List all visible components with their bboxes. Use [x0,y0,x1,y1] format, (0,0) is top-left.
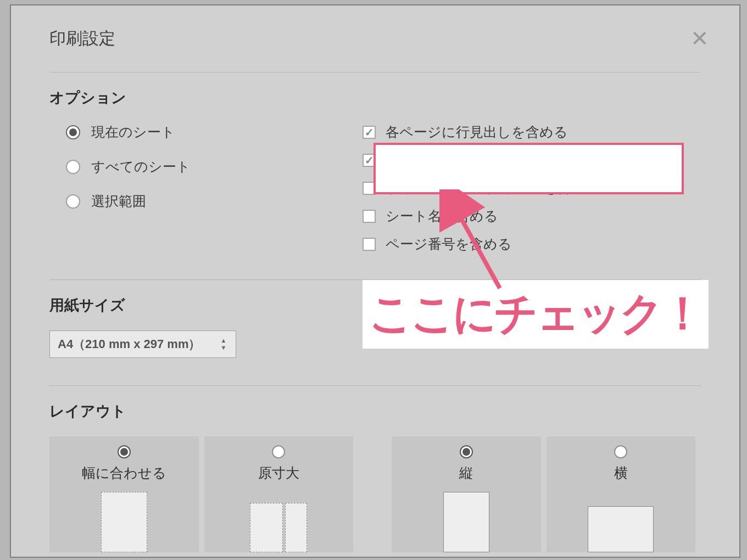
divider [49,385,701,386]
checkbox-icon [363,154,376,167]
layout-thumb [443,492,489,552]
select-value: A4（210 mm x 297 mm） [58,336,200,352]
radio-icon [118,445,131,458]
layout-landscape[interactable]: 横 [547,436,696,552]
layout-label: 横 [614,464,628,482]
check-row-headers[interactable]: 各ページに行見出しを含める [363,123,701,141]
layout-thumb [588,492,654,552]
check-label: グリッド線なし [386,151,485,169]
checkbox-icon [363,210,376,223]
layout-portrait[interactable]: 縦 [392,436,541,552]
annotation-callout: ここにチェック！ [363,280,709,349]
radio-icon [66,125,80,139]
checkbox-icon [363,126,376,139]
radio-icon [66,194,80,209]
check-doc-title[interactable]: ドキュメントのタイトルを含める [363,179,701,197]
check-label: ページ番号を含める [386,235,512,253]
radio-icon [460,445,473,458]
paper-size-select[interactable]: A4（210 mm x 297 mm） ▲▼ [49,331,236,358]
layout-label: 縦 [459,464,473,482]
layout-thumb [101,492,147,552]
options-checks: 各ページに行見出しを含める グリッド線なし ドキュメントのタイトルを含める シー… [363,123,701,263]
divider [49,72,701,72]
radio-icon [66,160,80,174]
select-stepper-icon: ▲▼ [219,338,228,351]
annotation-callout-text: ここにチェック！ [369,284,702,344]
radio-label: 選択範囲 [91,192,146,210]
check-label: ドキュメントのタイトルを含める [386,179,599,197]
options-heading: オプション [49,88,701,108]
check-label: 各ページに行見出しを含める [386,123,568,141]
checkbox-icon [363,238,376,251]
check-page-number[interactable]: ページ番号を含める [363,235,701,253]
check-label: シート名を含める [386,207,498,225]
layout-label: 原寸大 [258,464,299,482]
radio-all-sheets[interactable]: すべてのシート [66,158,363,176]
options-columns: 現在のシート すべてのシート 選択範囲 各ページに行見出しを含める グリッド線な… [49,123,701,263]
checkbox-icon [363,182,376,195]
layout-actual-size[interactable]: 原寸大 [204,436,354,552]
radio-icon [272,445,285,458]
layout-label: 幅に合わせる [82,464,166,482]
dialog-title: 印刷設定 [49,27,701,50]
layout-fit-width[interactable]: 幅に合わせる [49,436,199,552]
radio-selection[interactable]: 選択範囲 [66,192,363,210]
check-no-gridlines[interactable]: グリッド線なし [363,151,701,169]
radio-label: すべてのシート [91,158,191,176]
layout-row: 幅に合わせる 原寸大 縦 横 [49,436,701,552]
check-sheet-name[interactable]: シート名を含める [363,207,701,225]
radio-icon [614,445,627,458]
options-radios: 現在のシート すべてのシート 選択範囲 [49,123,363,263]
layout-heading: レイアウト [49,401,701,421]
layout-thumb [250,492,307,552]
close-icon[interactable]: ✕ [690,27,709,49]
radio-label: 現在のシート [91,123,175,141]
radio-current-sheet[interactable]: 現在のシート [66,123,363,141]
